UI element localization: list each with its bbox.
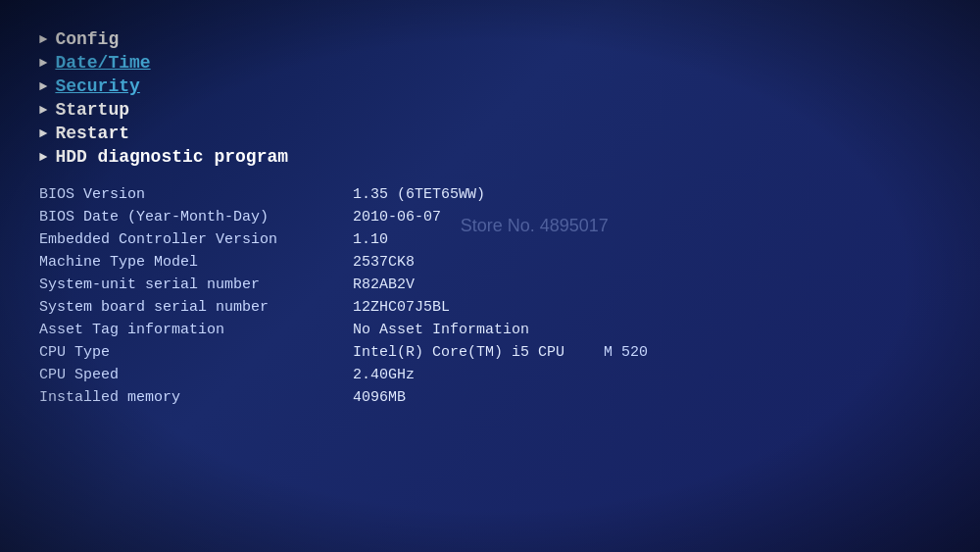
menu-label: HDD diagnostic program	[55, 147, 288, 167]
info-label: Machine Type Model	[39, 254, 353, 271]
arrow-icon: ►	[39, 31, 47, 47]
table-row: BIOS Version1.35 (6TET65WW)	[39, 186, 941, 203]
info-label: System board serial number	[39, 299, 353, 316]
table-row: CPU Speed2.40GHz	[39, 367, 941, 383]
table-row: CPU TypeIntel(R) Core(TM) i5 CPUM 520	[39, 344, 941, 361]
menu-label: Restart	[55, 124, 129, 143]
info-table: BIOS Version1.35 (6TET65WW)BIOS Date (Ye…	[39, 186, 941, 406]
info-value: R82AB2V	[353, 276, 941, 293]
arrow-icon: ►	[39, 78, 47, 94]
info-value: 4096MB	[353, 389, 941, 406]
menu-item-security[interactable]: ►Security	[39, 76, 941, 96]
arrow-icon: ►	[39, 102, 47, 118]
arrow-icon: ►	[39, 55, 47, 71]
table-row: System board serial number12ZHC07J5BL	[39, 299, 941, 316]
table-row: Asset Tag informationNo Asset Informatio…	[39, 322, 941, 338]
table-row: System-unit serial numberR82AB2V	[39, 276, 941, 293]
info-label: BIOS Version	[39, 186, 353, 203]
menu-item-hdd[interactable]: ►HDD diagnostic program	[39, 147, 941, 167]
table-row: Machine Type Model2537CK8	[39, 254, 941, 271]
menu-label: Security	[55, 76, 139, 96]
info-value: 2537CK8	[353, 254, 941, 271]
menu-label: Startup	[55, 100, 129, 120]
info-label: Installed memory	[39, 389, 353, 406]
menu-label: Date/Time	[55, 53, 150, 73]
table-row: BIOS Date (Year-Month-Day)2010-06-07	[39, 209, 941, 226]
bios-screen: ►Config►Date/Time►Security►Startup►Resta…	[0, 0, 980, 552]
info-extra: M 520	[604, 344, 648, 361]
info-label: Embedded Controller Version	[39, 231, 353, 248]
info-label: Asset Tag information	[39, 322, 353, 338]
menu-item-restart[interactable]: ►Restart	[39, 124, 941, 143]
info-label: CPU Type	[39, 344, 353, 361]
menu-section: ►Config►Date/Time►Security►Startup►Resta…	[39, 29, 941, 167]
menu-label: Config	[55, 29, 119, 49]
info-value: 1.35 (6TET65WW)	[353, 186, 941, 203]
info-label: BIOS Date (Year-Month-Day)	[39, 209, 353, 226]
info-label: System-unit serial number	[39, 276, 353, 293]
info-value: 2.40GHz	[353, 367, 941, 383]
info-label: CPU Speed	[39, 367, 353, 383]
info-value: Intel(R) Core(TM) i5 CPUM 520	[353, 344, 941, 361]
info-value: 12ZHC07J5BL	[353, 299, 941, 316]
menu-item-startup[interactable]: ►Startup	[39, 100, 941, 120]
table-row: Installed memory4096MB	[39, 389, 941, 406]
info-value: 2010-06-07	[353, 209, 941, 226]
menu-item-datetime[interactable]: ►Date/Time	[39, 53, 941, 73]
info-value: No Asset Information	[353, 322, 941, 338]
info-value: 1.10	[353, 231, 941, 248]
arrow-icon: ►	[39, 125, 47, 141]
arrow-icon: ►	[39, 149, 47, 165]
table-row: Embedded Controller Version1.10	[39, 231, 941, 248]
menu-item-config[interactable]: ►Config	[39, 29, 941, 49]
